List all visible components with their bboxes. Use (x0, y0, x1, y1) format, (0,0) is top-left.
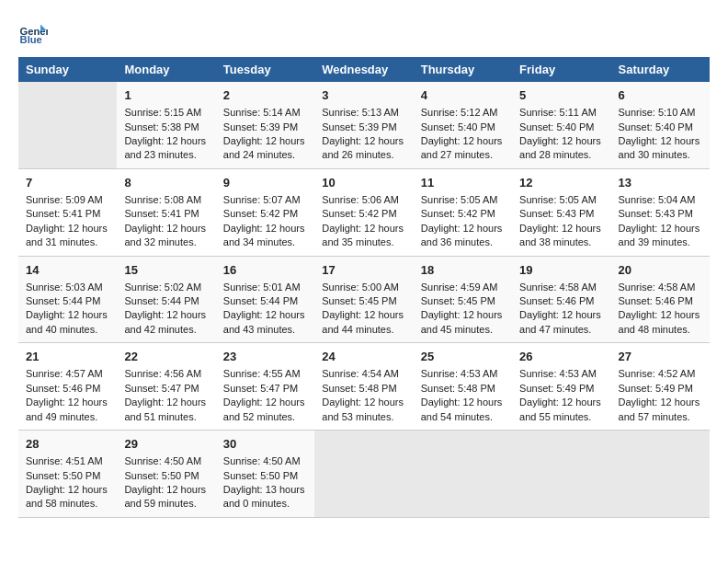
col-header-thursday: Thursday (414, 57, 512, 82)
daylight-line2: and 39 minutes. (619, 236, 690, 247)
calendar-cell: 11Sunrise: 5:05 AMSunset: 5:42 PMDayligh… (414, 168, 512, 256)
daylight-line2: and 35 minutes. (322, 236, 393, 247)
calendar-cell: 18Sunrise: 4:59 AMSunset: 5:45 PMDayligh… (414, 256, 512, 343)
calendar-cell: 23Sunrise: 4:55 AMSunset: 5:47 PMDayligh… (216, 343, 314, 431)
day-number: 14 (26, 262, 109, 279)
calendar-cell: 2Sunrise: 5:14 AMSunset: 5:39 PMDaylight… (216, 82, 314, 168)
daylight-line1: Daylight: 12 hours (619, 396, 700, 408)
day-number: 17 (322, 262, 405, 279)
day-number: 13 (619, 175, 702, 191)
daylight-line1: Daylight: 12 hours (124, 309, 206, 320)
calendar-cell: 14Sunrise: 5:03 AMSunset: 5:44 PMDayligh… (18, 256, 117, 343)
daylight-line1: Daylight: 12 hours (421, 223, 503, 234)
calendar-cell: 17Sunrise: 5:00 AMSunset: 5:45 PMDayligh… (314, 256, 413, 343)
sunset-info: Sunset: 5:46 PM (519, 295, 594, 306)
sunrise-info: Sunrise: 4:56 AM (124, 368, 201, 379)
sunrise-info: Sunrise: 5:15 AM (124, 107, 201, 118)
calendar-cell: 19Sunrise: 4:58 AMSunset: 5:46 PMDayligh… (512, 256, 610, 343)
day-number: 9 (223, 175, 307, 191)
daylight-line2: and 47 minutes. (519, 324, 591, 335)
sunset-info: Sunset: 5:41 PM (124, 208, 199, 219)
calendar-cell: 8Sunrise: 5:08 AMSunset: 5:41 PMDaylight… (117, 168, 215, 256)
sunrise-info: Sunrise: 5:13 AM (322, 107, 399, 118)
daylight-line2: and 28 minutes. (519, 149, 591, 160)
day-number: 27 (619, 349, 702, 365)
calendar-cell: 10Sunrise: 5:06 AMSunset: 5:42 PMDayligh… (314, 168, 413, 256)
sunset-info: Sunset: 5:46 PM (26, 383, 100, 394)
calendar-table: SundayMondayTuesdayWednesdayThursdayFrid… (18, 57, 710, 518)
daylight-line1: Daylight: 12 hours (619, 135, 700, 146)
col-header-friday: Friday (512, 57, 610, 82)
sunrise-info: Sunrise: 5:11 AM (519, 107, 597, 118)
sunrise-info: Sunrise: 5:06 AM (322, 194, 399, 205)
calendar-cell: 29Sunrise: 4:50 AMSunset: 5:50 PMDayligh… (117, 431, 215, 518)
calendar-cell: 9Sunrise: 5:07 AMSunset: 5:42 PMDaylight… (216, 168, 314, 256)
day-number: 4 (421, 87, 505, 104)
daylight-line1: Daylight: 12 hours (322, 309, 404, 320)
day-number: 26 (519, 349, 603, 365)
daylight-line1: Daylight: 12 hours (26, 309, 108, 320)
calendar-cell: 24Sunrise: 4:54 AMSunset: 5:48 PMDayligh… (314, 343, 413, 431)
daylight-line1: Daylight: 12 hours (124, 484, 206, 495)
day-number: 11 (421, 175, 505, 191)
daylight-line1: Daylight: 12 hours (223, 135, 305, 146)
svg-text:Blue: Blue (20, 34, 42, 45)
day-number: 21 (26, 349, 109, 365)
daylight-line1: Daylight: 12 hours (223, 396, 305, 408)
daylight-line2: and 54 minutes. (421, 411, 493, 422)
daylight-line1: Daylight: 12 hours (619, 309, 700, 320)
sunrise-info: Sunrise: 4:58 AM (619, 282, 696, 293)
sunset-info: Sunset: 5:42 PM (421, 208, 495, 219)
sunrise-info: Sunrise: 4:59 AM (421, 282, 498, 293)
calendar-cell: 15Sunrise: 5:02 AMSunset: 5:44 PMDayligh… (117, 256, 215, 343)
daylight-line1: Daylight: 12 hours (322, 396, 404, 408)
day-number: 2 (223, 87, 307, 104)
day-number: 16 (223, 262, 307, 279)
sunrise-info: Sunrise: 5:05 AM (421, 194, 498, 205)
daylight-line1: Daylight: 13 hours (223, 484, 305, 495)
daylight-line2: and 38 minutes. (519, 236, 591, 247)
daylight-line1: Daylight: 12 hours (519, 135, 601, 146)
sunset-info: Sunset: 5:39 PM (223, 121, 298, 132)
calendar-cell (314, 431, 413, 518)
daylight-line2: and 59 minutes. (124, 498, 196, 509)
week-row-3: 14Sunrise: 5:03 AMSunset: 5:44 PMDayligh… (18, 256, 710, 343)
daylight-line2: and 49 minutes. (26, 411, 97, 422)
col-header-tuesday: Tuesday (216, 57, 314, 82)
daylight-line2: and 27 minutes. (421, 149, 493, 160)
sunset-info: Sunset: 5:45 PM (421, 295, 495, 306)
day-number: 30 (223, 436, 307, 453)
day-number: 7 (26, 175, 109, 191)
sunrise-info: Sunrise: 4:50 AM (124, 455, 201, 466)
sunrise-info: Sunrise: 5:14 AM (223, 107, 301, 118)
day-number: 3 (322, 87, 405, 104)
daylight-line1: Daylight: 12 hours (223, 309, 305, 320)
calendar-cell: 25Sunrise: 4:53 AMSunset: 5:48 PMDayligh… (414, 343, 512, 431)
day-number: 25 (421, 349, 505, 365)
sunset-info: Sunset: 5:49 PM (619, 383, 693, 394)
sunrise-info: Sunrise: 4:57 AM (26, 368, 103, 379)
week-row-4: 21Sunrise: 4:57 AMSunset: 5:46 PMDayligh… (18, 343, 710, 431)
daylight-line1: Daylight: 12 hours (26, 484, 108, 495)
daylight-line2: and 53 minutes. (322, 411, 393, 422)
sunrise-info: Sunrise: 4:52 AM (619, 368, 696, 379)
calendar-cell: 13Sunrise: 5:04 AMSunset: 5:43 PMDayligh… (611, 168, 710, 256)
sunset-info: Sunset: 5:46 PM (619, 295, 693, 306)
calendar-cell: 20Sunrise: 4:58 AMSunset: 5:46 PMDayligh… (611, 256, 710, 343)
calendar-cell: 7Sunrise: 5:09 AMSunset: 5:41 PMDaylight… (18, 168, 117, 256)
sunrise-info: Sunrise: 5:07 AM (223, 194, 301, 205)
daylight-line2: and 55 minutes. (519, 411, 591, 422)
col-header-wednesday: Wednesday (314, 57, 413, 82)
sunrise-info: Sunrise: 5:02 AM (124, 282, 201, 293)
daylight-line1: Daylight: 12 hours (519, 396, 601, 408)
day-number: 28 (26, 436, 109, 453)
sunset-info: Sunset: 5:44 PM (26, 295, 100, 306)
daylight-line2: and 26 minutes. (322, 149, 393, 160)
day-number: 1 (124, 87, 208, 104)
daylight-line2: and 48 minutes. (619, 324, 690, 335)
day-number: 15 (124, 262, 208, 279)
daylight-line2: and 30 minutes. (619, 149, 690, 160)
daylight-line2: and 45 minutes. (421, 324, 493, 335)
calendar-cell: 22Sunrise: 4:56 AMSunset: 5:47 PMDayligh… (117, 343, 215, 431)
calendar-cell: 12Sunrise: 5:05 AMSunset: 5:43 PMDayligh… (512, 168, 610, 256)
